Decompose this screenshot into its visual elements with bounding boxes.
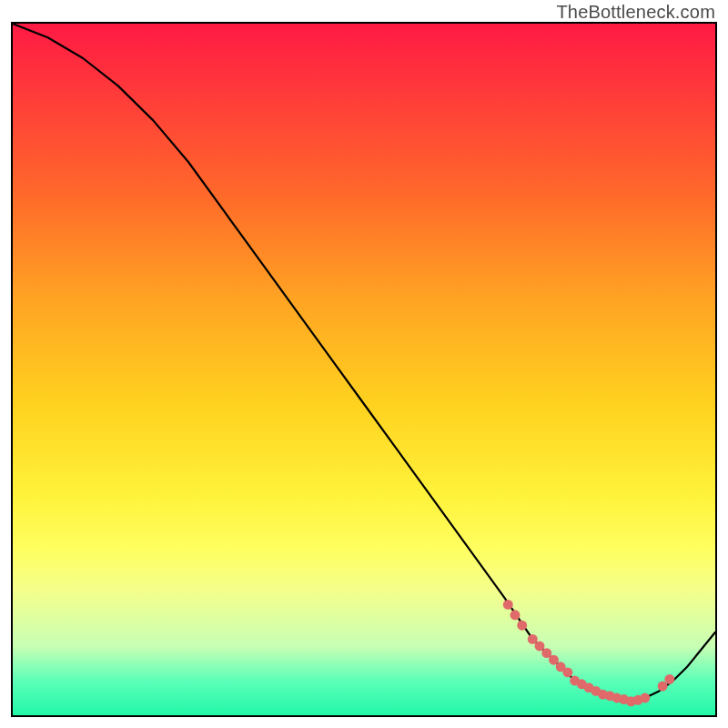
plot-area [11,22,717,717]
highlight-dots [503,600,675,706]
chart-frame: TheBottleneck.com [0,0,728,728]
highlight-dot [511,610,521,620]
highlight-dot [664,674,674,684]
highlight-dot [640,693,650,703]
chart-svg [13,24,715,715]
highlight-dot [562,667,572,677]
highlight-dot [517,621,527,631]
highlight-dot [503,600,513,610]
attribution-label: TheBottleneck.com [556,2,715,23]
bottleneck-curve-line [13,24,715,702]
